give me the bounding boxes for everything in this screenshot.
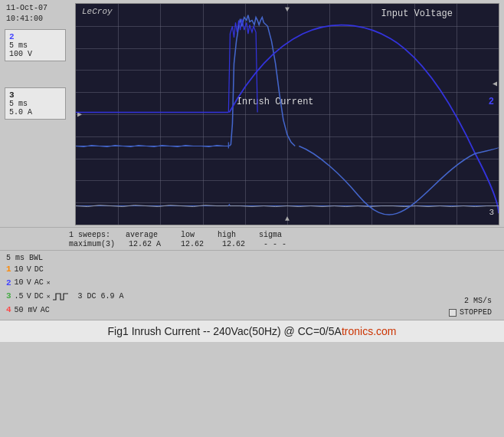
row-label: maximum(3) <box>69 240 115 248</box>
ch2-scale: 100 V <box>9 50 61 58</box>
ch3-x: ✕ <box>47 292 51 302</box>
stopped-box-icon <box>449 309 457 317</box>
low-header: low <box>181 231 195 239</box>
ch3-unit: V <box>27 291 31 303</box>
high-header: high <box>218 231 236 239</box>
ch1-mode: DC <box>34 264 44 276</box>
right-controls: 2 MS/s STOPPED <box>449 263 498 317</box>
ch1-num: 1 <box>6 263 11 277</box>
ch1-line: 1 10 V DC <box>6 263 449 277</box>
sigma-header: sigma <box>259 231 282 239</box>
sample-rate: 2 MS/s <box>464 297 492 305</box>
ch3-num: 3 <box>6 290 11 304</box>
ch3-mode: DC <box>34 291 44 303</box>
sigma-val: - - - <box>263 240 286 248</box>
ch4-num: 4 <box>6 304 11 317</box>
ch2-line: 2 10 V AC ✕ <box>6 277 449 291</box>
caption-section: Fig1 Inrush Current -- 240Vac(50Hz) @ CC… <box>0 320 504 342</box>
low-val: 12.62 <box>181 240 204 248</box>
controls-row1: 5 ms BWL <box>6 254 498 262</box>
average-val: 12.62 A <box>129 240 161 248</box>
ch2-x: ✕ <box>47 278 51 288</box>
time-label: 10:41:00 <box>6 14 72 25</box>
stopped-label: STOPPED <box>460 308 492 317</box>
timebase-label: 5 ms <box>6 254 25 262</box>
measurements-section: 1 sweeps: average low high sigma maximum… <box>0 227 504 250</box>
waveform-svg <box>76 4 499 225</box>
ch2-val: 10 <box>15 277 24 289</box>
date-label: 11-Oct-07 <box>6 3 72 14</box>
ch1-unit: V <box>27 264 31 276</box>
ch4-line: 4 50 mV AC <box>6 304 449 317</box>
ch2-unit: V <box>27 277 31 289</box>
brand-label: tronics.com <box>342 325 397 337</box>
average-header: average <box>126 231 158 239</box>
ch3-val: .5 <box>15 291 24 303</box>
scope-section: 11-Oct-07 10:41:00 2 5 ms 100 V 3 5 ms 5… <box>0 0 504 227</box>
pulse-icon <box>53 292 68 301</box>
ch3-scale: 5.0 A <box>9 108 61 117</box>
ch2-number: 2 <box>9 32 15 41</box>
bwl-label: BWL <box>29 254 43 262</box>
ch-settings: 1 10 V DC 2 10 V AC ✕ 3 .5 V <box>6 263 449 317</box>
ch1-val: 10 <box>15 264 24 276</box>
ch3-line: 3 .5 V DC ✕ 3 DC 6.9 A <box>6 290 449 304</box>
channel3-panel: 3 5 ms 5.0 A <box>5 87 66 120</box>
main-container: 11-Oct-07 10:41:00 2 5 ms 100 V 3 5 ms 5… <box>0 0 504 437</box>
scope-display: LeCroy Input Voltage Inrush Current 2 3 … <box>75 3 499 225</box>
ch3-number: 3 <box>9 90 15 100</box>
sweeps-label: 1 sweeps: <box>69 231 110 239</box>
stopped-badge: STOPPED <box>449 308 492 317</box>
controls-section: 5 ms BWL 1 10 V DC 2 10 V AC ✕ <box>0 250 504 320</box>
ch2-mode: AC <box>34 277 44 289</box>
channel2-panel: 2 5 ms 100 V <box>5 29 66 61</box>
left-panels: 11-Oct-07 10:41:00 2 5 ms 100 V 3 5 ms 5… <box>5 3 72 225</box>
caption-text: Fig1 Inrush Current -- 240Vac(50Hz) @ CC… <box>108 325 342 337</box>
dc-label: 3 DC 6.9 A <box>77 291 123 303</box>
ch3-timebase: 5 ms <box>9 100 61 108</box>
timestamp: 11-Oct-07 10:41:00 <box>5 3 72 25</box>
ch2-num: 2 <box>6 277 11 291</box>
controls-row2: 1 10 V DC 2 10 V AC ✕ 3 .5 V <box>6 263 498 317</box>
ch4-mode: AC <box>41 304 50 317</box>
high-val: 12.62 <box>222 240 245 248</box>
ch4-val: 50 mV <box>15 304 38 317</box>
ch2-timebase: 5 ms <box>9 41 61 50</box>
